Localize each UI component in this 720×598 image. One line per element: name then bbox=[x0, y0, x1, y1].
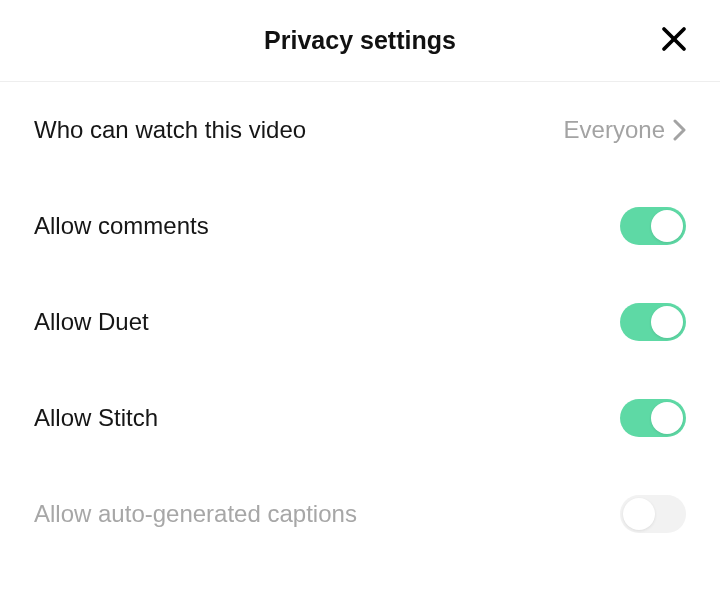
page-title: Privacy settings bbox=[264, 26, 456, 55]
who-can-watch-value: Everyone bbox=[564, 116, 665, 144]
toggle-knob bbox=[651, 402, 683, 434]
toggle-knob bbox=[651, 306, 683, 338]
toggle-knob bbox=[651, 210, 683, 242]
header: Privacy settings bbox=[0, 0, 720, 82]
close-button[interactable] bbox=[656, 23, 692, 59]
who-can-watch-label: Who can watch this video bbox=[34, 116, 306, 144]
allow-comments-toggle[interactable] bbox=[620, 207, 686, 245]
allow-stitch-label: Allow Stitch bbox=[34, 404, 158, 432]
allow-stitch-row: Allow Stitch bbox=[34, 370, 686, 466]
who-can-watch-row[interactable]: Who can watch this video Everyone bbox=[34, 82, 686, 178]
chevron-right-icon bbox=[673, 119, 686, 141]
who-can-watch-select[interactable]: Everyone bbox=[564, 116, 686, 144]
close-icon bbox=[659, 24, 689, 57]
allow-comments-label: Allow comments bbox=[34, 212, 209, 240]
allow-duet-row: Allow Duet bbox=[34, 274, 686, 370]
settings-list: Who can watch this video Everyone Allow … bbox=[0, 82, 720, 562]
allow-captions-row: Allow auto-generated captions bbox=[34, 466, 686, 562]
allow-captions-label: Allow auto-generated captions bbox=[34, 500, 357, 528]
allow-duet-label: Allow Duet bbox=[34, 308, 149, 336]
toggle-knob bbox=[623, 498, 655, 530]
allow-duet-toggle[interactable] bbox=[620, 303, 686, 341]
allow-captions-toggle bbox=[620, 495, 686, 533]
allow-stitch-toggle[interactable] bbox=[620, 399, 686, 437]
allow-comments-row: Allow comments bbox=[34, 178, 686, 274]
